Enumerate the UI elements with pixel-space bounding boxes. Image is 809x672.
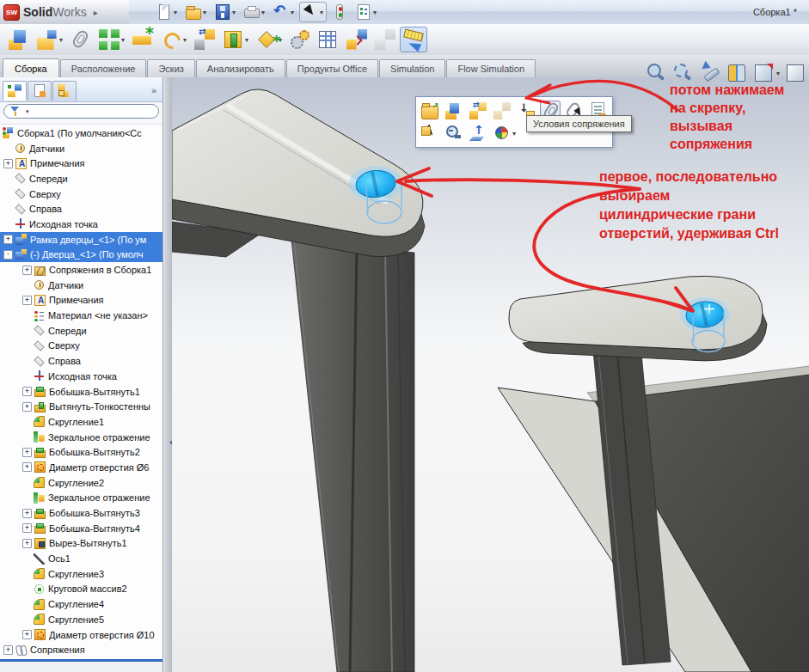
- tree-item[interactable]: Справа: [0, 201, 162, 217]
- panel-splitter[interactable]: [163, 77, 172, 672]
- tree-item[interactable]: Сверху: [0, 186, 162, 202]
- tab-6[interactable]: Flow Simulation: [446, 59, 536, 77]
- tab-3[interactable]: Анализировать: [196, 59, 285, 77]
- tab-1[interactable]: Расположение: [60, 59, 147, 77]
- model-canvas[interactable]: [172, 77, 809, 672]
- save-dropdown-arrow[interactable]: ▾: [232, 9, 236, 16]
- tree-item[interactable]: +Вырез-Вытянуть1: [0, 536, 162, 552]
- expand-toggle[interactable]: +: [3, 159, 13, 168]
- panel-expand-chevron[interactable]: »: [151, 85, 159, 95]
- tree-item[interactable]: Скругление1: [0, 414, 162, 430]
- tree-item[interactable]: Исходная точка: [0, 369, 162, 384]
- tree-item[interactable]: +Рамка дверцы_<1> (По ум: [0, 232, 162, 247]
- expand-toggle[interactable]: +: [3, 235, 13, 244]
- expand-toggle[interactable]: +: [22, 448, 32, 457]
- open-document-button[interactable]: ▾: [182, 2, 210, 22]
- expand-toggle[interactable]: +: [22, 509, 32, 518]
- tree-item[interactable]: +Сопряжения: [0, 642, 162, 657]
- open-folder-button[interactable]: [420, 101, 440, 121]
- new-document-button[interactable]: ▾: [153, 2, 181, 22]
- open-document-dropdown-arrow[interactable]: ▾: [203, 9, 206, 16]
- tree-item[interactable]: +Примечания: [0, 156, 162, 171]
- tree-item[interactable]: +Вытянуть-Тонкостенны: [0, 399, 162, 414]
- show-hidden-button[interactable]: [191, 27, 218, 52]
- reference-geometry-button[interactable]: ▾: [253, 27, 285, 52]
- component-pattern-dropdown-arrow[interactable]: ▾: [121, 36, 125, 44]
- tree-item[interactable]: +Бобышка-Вытянуть3: [0, 505, 162, 521]
- move-component-dropdown-arrow[interactable]: ▾: [183, 36, 187, 44]
- panel-tab-tree[interactable]: [3, 81, 27, 101]
- component-pattern-button[interactable]: ▾: [95, 27, 128, 52]
- motion-study-button[interactable]: [286, 27, 314, 52]
- tree-item[interactable]: +Сопряжения в Сборка1: [0, 262, 162, 278]
- open-part-dropdown-arrow[interactable]: ▾: [59, 36, 63, 44]
- expand-toggle[interactable]: +: [22, 296, 32, 305]
- rebuild-button[interactable]: [328, 2, 351, 22]
- new-document-dropdown-arrow[interactable]: ▾: [174, 9, 177, 16]
- tree-item[interactable]: +Примечания: [0, 293, 162, 309]
- tab-2[interactable]: Эскиз: [147, 59, 194, 77]
- tree-item[interactable]: +Диаметр отверстия Ø6: [0, 460, 162, 475]
- tab-0[interactable]: Сборка: [3, 58, 59, 77]
- expand-toggle[interactable]: +: [22, 402, 32, 412]
- expand-toggle[interactable]: +: [22, 523, 32, 533]
- tree-item[interactable]: Датчики: [0, 141, 162, 156]
- insert-components-button[interactable]: [5, 27, 33, 52]
- tree-item[interactable]: -(-) Дверца_<1> (По умолч: [0, 247, 162, 263]
- tree-item[interactable]: +Бобышка-Вытянуть2: [0, 444, 162, 460]
- orientation-sphere-dropdown-arrow[interactable]: ▾: [512, 130, 516, 137]
- filter-dropdown-arrow[interactable]: ▾: [26, 108, 29, 115]
- options-list-dropdown-arrow[interactable]: ▾: [373, 9, 377, 16]
- expand-toggle[interactable]: +: [22, 539, 32, 548]
- expand-toggle[interactable]: +: [3, 645, 13, 655]
- panel-tab-prop[interactable]: [28, 81, 52, 101]
- toolbar-overflow-chevron[interactable]: ▸: [94, 8, 98, 17]
- tree-item[interactable]: Сборка1 (По умолчанию<Сс: [0, 125, 162, 141]
- zoom-fit-button[interactable]: [645, 62, 669, 84]
- expand-toggle[interactable]: +: [22, 266, 32, 275]
- options-list-button[interactable]: ▾: [352, 2, 380, 22]
- expand-toggle[interactable]: -: [3, 250, 13, 260]
- select-cursor-button[interactable]: [420, 123, 440, 144]
- undo-button[interactable]: ▾: [270, 2, 297, 22]
- instant3d-button[interactable]: [400, 27, 427, 52]
- panel-tab-config[interactable]: [52, 81, 77, 101]
- insert-component-button[interactable]: [444, 101, 464, 121]
- tree-item[interactable]: Зеркальное отражение: [0, 491, 162, 506]
- tree-item[interactable]: Сверху: [0, 339, 162, 354]
- tree-item[interactable]: Круговой массив2: [0, 582, 162, 597]
- tree-item[interactable]: +Бобышка-Вытянуть4: [0, 521, 162, 536]
- preview-component-button[interactable]: [492, 101, 512, 121]
- tree-item[interactable]: Спереди: [0, 171, 162, 186]
- smart-fasteners-button[interactable]: [129, 27, 156, 52]
- print-button[interactable]: ▾: [241, 2, 268, 22]
- tree-item[interactable]: Скругление3: [0, 566, 162, 582]
- tree-item[interactable]: Спереди: [0, 323, 162, 339]
- print-dropdown-arrow[interactable]: ▾: [261, 9, 265, 16]
- mate-paperclip-button[interactable]: [67, 27, 95, 52]
- display-style-button[interactable]: [783, 62, 807, 84]
- orientation-sphere-button[interactable]: ▾: [492, 123, 518, 144]
- tab-5[interactable]: Simulation: [379, 59, 445, 77]
- expand-toggle[interactable]: +: [22, 462, 32, 472]
- view-orientation-dropdown-arrow[interactable]: ▾: [776, 70, 780, 77]
- translate-view-button[interactable]: [468, 123, 488, 144]
- select-arrow-button[interactable]: ▾: [299, 2, 327, 22]
- tab-4[interactable]: Продукты Office: [286, 59, 378, 77]
- graphics-area[interactable]: [172, 77, 809, 672]
- undo-dropdown-arrow[interactable]: ▾: [291, 9, 294, 16]
- select-arrow-dropdown-arrow[interactable]: ▾: [320, 9, 323, 16]
- zoom-minus-button[interactable]: [444, 123, 464, 144]
- replace-component-button[interactable]: [468, 101, 488, 121]
- move-component-button[interactable]: ▾: [157, 27, 190, 52]
- tree-item[interactable]: Скругление5: [0, 612, 162, 627]
- tree-item[interactable]: Исходная точка: [0, 217, 162, 232]
- tree-item[interactable]: Датчики: [0, 278, 162, 293]
- tree-item[interactable]: Материал <не указан>: [0, 308, 162, 323]
- expand-toggle[interactable]: +: [22, 387, 32, 396]
- assembly-features-dropdown-arrow[interactable]: ▾: [245, 36, 248, 44]
- tree-item[interactable]: Зеркальное отражение: [0, 430, 162, 445]
- assembly-features-button[interactable]: ▾: [219, 27, 252, 52]
- explode-sketch-lines-button[interactable]: [371, 27, 399, 52]
- save-button[interactable]: ▾: [211, 2, 239, 22]
